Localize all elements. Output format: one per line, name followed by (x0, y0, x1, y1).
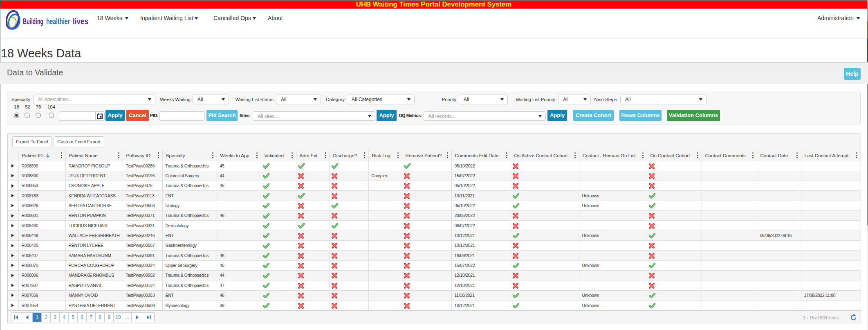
svg-text:healthier: healthier (46, 17, 70, 26)
svg-text:Building: Building (23, 17, 43, 26)
svg-text:lives: lives (73, 17, 88, 26)
